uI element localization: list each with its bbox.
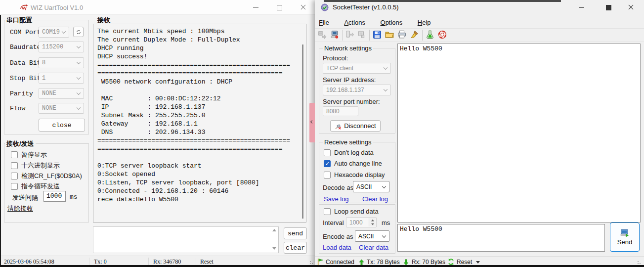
checkbox-loop-send-data[interactable]: Loop send data (324, 208, 379, 215)
maximize-button[interactable] (270, 0, 291, 15)
chevron-down-icon (77, 44, 81, 48)
close-window-button[interactable] (294, 0, 314, 15)
disconnect-button[interactable]: Disconnect (330, 120, 381, 132)
save-icon[interactable] (373, 30, 382, 39)
receive-log-area[interactable]: The current Mbtis speed : 100Mbps The cu… (93, 24, 306, 222)
open-icon[interactable] (385, 30, 394, 39)
spinner-icon[interactable] (369, 218, 376, 226)
data-bit-value: 8 (42, 59, 45, 66)
minimize-button[interactable] (246, 0, 267, 15)
data-bit-label: Data Bit (10, 59, 41, 67)
checkbox-label: 检测CR_LF($0D$0A) (21, 172, 82, 180)
interval-input[interactable]: 1000 (346, 217, 377, 227)
stop-bit-value: 1 (42, 75, 45, 82)
socket-send-button[interactable]: Send (610, 222, 640, 252)
collapse-panel-handle[interactable] (309, 103, 315, 142)
reset-caret-down-icon[interactable] (476, 261, 480, 264)
checkbox-hex-display[interactable]: 十六进制显示 (11, 161, 60, 170)
server-port-label: Server port number: (323, 98, 380, 105)
checkbox-label: 暂停显示 (21, 150, 47, 159)
clean-icon[interactable] (410, 30, 419, 39)
status-reset[interactable]: Reset (200, 258, 214, 266)
baudrate-select[interactable]: 115200 (39, 42, 84, 52)
decode-as-label: Decode as (323, 184, 353, 191)
checkbox-label: 指令循环发送 (21, 182, 60, 191)
flow-value: NONE (42, 105, 56, 112)
right-titlebar: SocketTester (v1.0.0.5) (315, 0, 644, 15)
chevron-down-icon (77, 60, 81, 64)
send-button[interactable]: send (284, 227, 307, 239)
encode-select[interactable]: ASCII (355, 230, 389, 242)
send-input-scrollbar[interactable] (270, 227, 278, 253)
scroll-down-icon[interactable] (272, 247, 276, 250)
clear-button[interactable]: clear (284, 242, 307, 254)
status-tx: Tx: 78 Bytes (367, 259, 400, 266)
protocol-label: Protocol: (323, 54, 348, 62)
parity-value: NONE (42, 90, 56, 97)
menu-file[interactable]: File (319, 19, 329, 26)
checkbox-detect-crlf[interactable]: 检测CR_LF($0D$0A) (11, 172, 82, 180)
interval-label: Interval (323, 219, 344, 226)
checkbox-label: Loop send data (334, 208, 379, 215)
menu-help[interactable]: Help (418, 19, 431, 26)
server-start-icon[interactable] (345, 30, 354, 39)
status-divider (89, 258, 89, 266)
left-window-title: WIZ UartTool V1.0 (31, 4, 83, 11)
clear-data-link[interactable]: Clear data (359, 244, 388, 251)
data-bit-select[interactable]: 8 (39, 57, 84, 68)
checkbox-pause-display[interactable]: 暂停显示 (11, 150, 47, 159)
maximize-button[interactable] (599, 0, 620, 15)
checkbox-label: Hexacode display (334, 171, 385, 178)
refresh-icon (76, 29, 82, 35)
flow-select[interactable]: NONE (39, 103, 84, 114)
checkbox-hexacode-display[interactable]: Hexacode display (324, 171, 385, 178)
checkbox-auto-change-line[interactable]: Auto change line (324, 160, 382, 167)
scroll-up-icon[interactable] (272, 229, 276, 231)
background-window-edge (324, 0, 561, 2)
chevron-down-icon (77, 76, 81, 80)
send-input-area[interactable] (93, 226, 279, 253)
send-interval-label: 发送间隔 (12, 193, 38, 202)
checkbox-loop-send[interactable]: 指令循环发送 (11, 182, 60, 191)
refresh-ports-button[interactable] (73, 27, 84, 37)
clear-receive-link[interactable]: 清除接收 (7, 204, 33, 213)
com-port-select[interactable]: COM19 (39, 27, 69, 38)
server-port-input[interactable]: 8080 (323, 106, 358, 116)
server-ip-label: Server IP address: (323, 76, 376, 84)
disconnect-plug-icon (335, 123, 342, 130)
status-reset[interactable]: Reset (457, 259, 472, 266)
about-icon[interactable] (438, 30, 447, 39)
serial-config-title: 串口配置 (5, 16, 34, 25)
decode-select[interactable]: ASCII (353, 181, 389, 192)
minimize-button[interactable] (572, 0, 593, 15)
send-interval-input[interactable]: 1000 (43, 191, 66, 202)
close-port-button[interactable]: close (39, 119, 85, 132)
encode-as-label: Encode as (323, 233, 353, 240)
menu-bar: File Actions Options Help (319, 18, 444, 28)
stop-bit-select[interactable]: 1 (39, 73, 84, 84)
load-data-link[interactable]: Load data (323, 244, 351, 251)
socket-receive-log[interactable]: Hello W5500 (397, 44, 641, 222)
print-icon[interactable] (397, 30, 406, 39)
server-stop-icon[interactable] (357, 30, 366, 39)
connect-icon[interactable] (318, 30, 327, 39)
chevron-down-icon (384, 88, 387, 91)
toolbar-separator (422, 30, 423, 41)
sockettester-window: SocketTester (v1.0.0.5) File Actions Opt… (315, 0, 644, 267)
protocol-select[interactable]: TCP client (323, 63, 391, 74)
test-icon[interactable] (426, 30, 434, 39)
checkbox-dont-log-data[interactable]: Don't log data (324, 149, 374, 156)
clear-log-link[interactable]: Clear log (362, 195, 388, 203)
parity-select[interactable]: NONE (39, 88, 84, 99)
menu-options[interactable]: Options (381, 19, 403, 26)
server-ip-select[interactable]: 192.168.1.137 (323, 85, 391, 95)
receive-scrollbar[interactable] (302, 44, 303, 219)
close-window-button[interactable] (621, 0, 642, 15)
disconnect-icon[interactable] (330, 30, 339, 39)
interval-value: 1000 (349, 219, 363, 226)
socket-send-input[interactable]: Hello W5500 (397, 224, 605, 252)
decode-value: ASCII (356, 183, 372, 190)
flow-label: Flow (10, 105, 25, 112)
menu-actions[interactable]: Actions (344, 19, 365, 26)
save-log-link[interactable]: Save log (324, 195, 349, 203)
